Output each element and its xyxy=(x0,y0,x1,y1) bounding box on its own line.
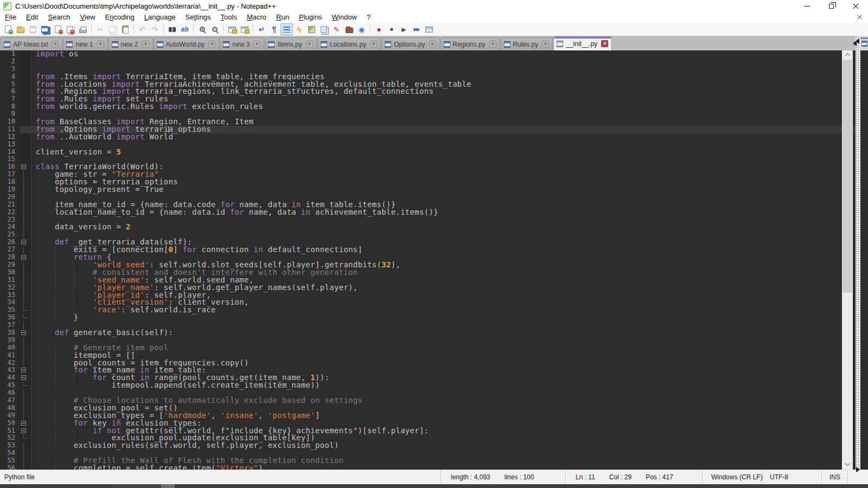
menu-edit[interactable]: Edit xyxy=(21,12,43,23)
macro-playback-button[interactable]: ▶ xyxy=(398,23,410,35)
code-line[interactable]: 12from ..AutoWorld import World xyxy=(0,133,856,141)
menu-window[interactable]: Window xyxy=(327,12,362,23)
code-line[interactable]: 35 'race': self.world.is_race xyxy=(0,306,856,314)
tab-autoworld-py[interactable]: AutoWorld.py× xyxy=(154,37,220,50)
close-button[interactable]: − xyxy=(52,23,64,35)
fold-margin[interactable] xyxy=(20,254,31,261)
undo-button[interactable]: ↶ xyxy=(136,23,149,35)
sync-horizontal-scroll-button[interactable] xyxy=(238,23,251,35)
zoom-in-button[interactable] xyxy=(196,23,208,35)
macro-stop-button[interactable]: ■ xyxy=(385,23,398,35)
document-list-button[interactable] xyxy=(318,23,330,35)
fold-collapse-icon[interactable] xyxy=(21,428,26,433)
scroll-up-arrow[interactable] xyxy=(842,50,853,60)
scrollbar-thumb[interactable] xyxy=(843,60,852,293)
tab-rules-py[interactable]: Rules.py× xyxy=(501,37,553,50)
tab-close-icon[interactable]: × xyxy=(306,41,313,48)
code-line[interactable]: 38 def generate_basic(self): xyxy=(0,329,856,337)
view-splitter[interactable] xyxy=(856,36,860,470)
code-line[interactable]: 45 itempool.append(self.create_item(item… xyxy=(0,382,856,389)
fold-margin[interactable] xyxy=(20,329,31,337)
open-file-button[interactable] xyxy=(14,23,27,35)
code-line[interactable]: 53 exclusion_rules(self.world, self.play… xyxy=(0,442,856,450)
fold-collapse-icon[interactable] xyxy=(21,330,26,335)
tab-new-2[interactable]: new 2× xyxy=(108,37,153,50)
macro-record-button[interactable]: ● xyxy=(373,23,385,35)
splitter-collapse-left-icon[interactable] xyxy=(856,38,859,44)
menu-language[interactable]: Language xyxy=(139,12,181,23)
paste-button[interactable] xyxy=(119,23,131,35)
tab-close-icon[interactable]: × xyxy=(542,41,549,48)
macro-run-multiple-button[interactable]: ▶▶ xyxy=(410,23,423,35)
menu-search[interactable]: Search xyxy=(43,12,75,23)
code-line[interactable]: 1import os xyxy=(0,50,856,58)
fold-collapse-icon[interactable] xyxy=(21,164,26,169)
tab-close-icon[interactable]: × xyxy=(97,41,104,48)
code-line[interactable]: 24 data_version = 2 xyxy=(0,223,856,231)
fold-collapse-icon[interactable] xyxy=(21,240,26,245)
menu-encoding[interactable]: Encoding xyxy=(100,12,139,23)
menu-run[interactable]: Run xyxy=(271,12,294,23)
sync-vertical-scroll-button[interactable] xyxy=(226,23,238,35)
replace-button[interactable]: ab xyxy=(178,23,191,35)
fold-margin[interactable] xyxy=(20,239,31,246)
folder-as-workspace-button[interactable] xyxy=(343,23,355,35)
code-line[interactable]: 22 location_name_to_id = {name: data.id … xyxy=(0,209,856,216)
zoom-out-button[interactable] xyxy=(208,23,221,35)
second-view-sliver[interactable] xyxy=(860,36,868,470)
save-all-button[interactable] xyxy=(39,23,52,35)
print-button[interactable] xyxy=(76,23,89,35)
tab-ap-ideas-txt[interactable]: AP Ideas.txt× xyxy=(1,37,62,50)
maximize-button[interactable] xyxy=(819,0,844,12)
tab-close-icon[interactable]: × xyxy=(429,41,436,48)
cut-button[interactable]: ✂ xyxy=(94,23,106,35)
menu-file[interactable]: File xyxy=(0,12,21,23)
fold-collapse-icon[interactable] xyxy=(21,421,26,426)
tab-close-icon[interactable]: × xyxy=(142,41,149,48)
code-line[interactable]: 19 topology_present = True xyxy=(0,186,856,194)
show-indent-guide-button[interactable] xyxy=(280,23,293,35)
fold-margin[interactable] xyxy=(20,367,31,374)
tab-close-icon[interactable]: × xyxy=(253,41,260,48)
word-wrap-button[interactable]: ↵ xyxy=(256,23,268,35)
show-all-characters-button[interactable]: ¶ xyxy=(268,23,280,35)
tab-new-1[interactable]: new 1× xyxy=(63,37,107,50)
tab-init-py[interactable]: __init__.py× xyxy=(553,36,612,50)
menu-settings[interactable]: Settings xyxy=(181,12,216,23)
menu-plugins[interactable]: Plugins xyxy=(294,12,327,23)
close-all-button[interactable]: − xyxy=(64,23,76,35)
code-line[interactable]: 36 } xyxy=(0,314,856,322)
find-button[interactable] xyxy=(166,23,178,35)
fold-margin[interactable] xyxy=(20,420,31,427)
save-button[interactable] xyxy=(27,23,39,35)
code-line[interactable]: 8from worlds.generic.Rules import exclus… xyxy=(0,103,856,111)
menubar-close-icon[interactable] xyxy=(857,14,863,20)
code-line[interactable]: 27 exits = [connection[0] for connection… xyxy=(0,246,856,254)
tab-locations-py[interactable]: Locations.py× xyxy=(317,37,381,50)
redo-button[interactable]: ↷ xyxy=(149,23,161,35)
code-editor[interactable]: 1import os234from .Items import Terraria… xyxy=(0,50,856,470)
splitter-collapse-right-icon[interactable] xyxy=(856,467,860,472)
fold-margin[interactable] xyxy=(20,163,31,171)
code-line[interactable]: 2 xyxy=(0,58,856,66)
close-window-button[interactable] xyxy=(844,0,868,12)
vertical-scrollbar[interactable] xyxy=(842,50,853,470)
code-line[interactable]: 13 xyxy=(0,141,856,149)
tab-regions-py[interactable]: Regions.py× xyxy=(441,37,500,50)
tab-close-icon[interactable]: × xyxy=(601,40,608,47)
fold-margin[interactable] xyxy=(20,427,31,435)
menu-?[interactable]: ? xyxy=(362,12,375,23)
tab-close-icon[interactable]: × xyxy=(208,41,215,48)
code-line[interactable]: 14client_version = 5 xyxy=(0,149,856,156)
tab-close-icon[interactable]: × xyxy=(370,41,377,48)
function-completion-button[interactable]: ϟ xyxy=(293,23,305,35)
second-view-tab[interactable] xyxy=(860,36,868,50)
fold-margin[interactable] xyxy=(20,374,31,382)
menu-tools[interactable]: Tools xyxy=(216,12,242,23)
tab-close-icon[interactable]: × xyxy=(489,41,496,48)
minimize-button[interactable] xyxy=(795,0,819,12)
document-map-button[interactable] xyxy=(305,23,318,35)
function-list-button[interactable]: ✎ xyxy=(330,23,343,35)
code-line[interactable]: 56 completion = self.create_item("Victor… xyxy=(0,465,856,470)
tab-items-py[interactable]: Items.py× xyxy=(265,37,316,50)
